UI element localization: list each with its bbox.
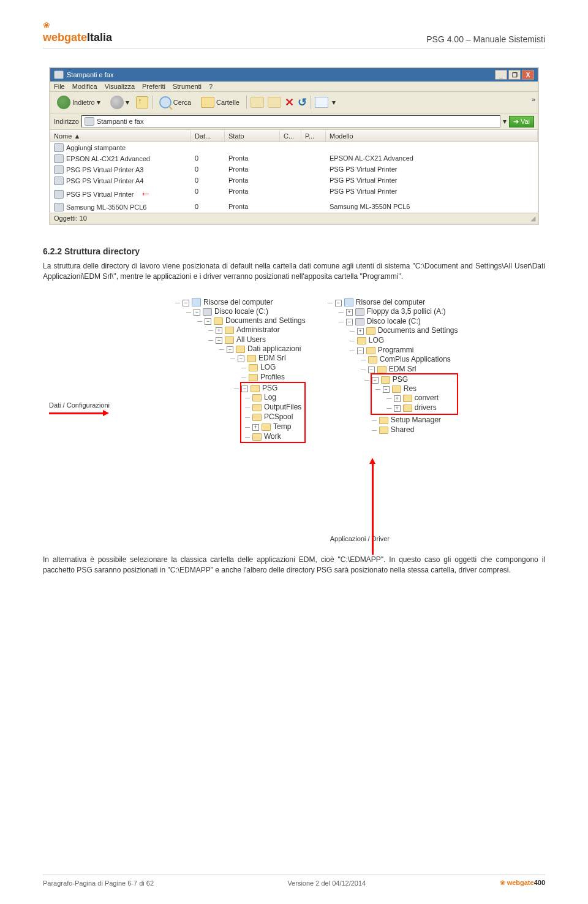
tree-programmi: −Risorse del computer +Floppy da 3,5 pol… xyxy=(324,297,458,437)
cell-stato: Pronta xyxy=(225,176,280,186)
folders-label: Cartelle xyxy=(216,99,239,106)
cell-stato: Pronta xyxy=(225,202,280,212)
status-text: Oggetti: 10 xyxy=(54,215,87,222)
footer-center: Versione 2 del 04/12/2014 xyxy=(287,879,366,887)
go-label: Vai xyxy=(521,118,530,125)
section-heading: 6.2.2 Struttura directory xyxy=(43,246,545,256)
overflow-icon[interactable]: » xyxy=(532,96,535,103)
floppy-icon xyxy=(355,308,364,316)
separator xyxy=(246,96,247,109)
cell-modello xyxy=(326,143,538,153)
arrow-right-icon xyxy=(49,412,104,414)
cell-dat xyxy=(191,143,225,153)
col-p[interactable]: P... xyxy=(301,131,326,142)
col-c[interactable]: C... xyxy=(280,131,301,142)
search-button[interactable]: Cerca xyxy=(156,94,194,110)
menu-visualizza[interactable]: Visualizza xyxy=(105,83,135,90)
section-paragraph-1: La struttura delle directory di lavoro v… xyxy=(43,261,545,282)
printer-row[interactable]: EPSON AL-CX21 Advanced0ProntaEPSON AL-CX… xyxy=(50,153,538,164)
printer-list: Aggiungi stampanteEPSON AL-CX21 Advanced… xyxy=(50,142,538,213)
cell-c xyxy=(280,143,301,153)
leaf-icon: ❀ xyxy=(43,20,49,30)
printer-name: Aggiungi stampante xyxy=(66,144,126,151)
forward-button[interactable]: ▾ xyxy=(107,94,132,111)
minimize-button[interactable]: _ xyxy=(495,70,507,80)
callout-left: Dati / Configurazioni xyxy=(49,297,153,414)
chevron-down-icon: ▾ xyxy=(332,98,336,107)
cell-c xyxy=(280,187,301,201)
printer-row[interactable]: PSG PS Virtual Printer←0ProntaPSG PS Vir… xyxy=(50,186,538,202)
move-to-icon[interactable] xyxy=(251,97,264,108)
logo-webgate-400: ❀ webgate400 xyxy=(500,879,545,887)
printer-name: PSG PS Virtual Printer xyxy=(66,191,134,198)
back-button[interactable]: Indietro ▾ xyxy=(54,94,104,111)
cell-c xyxy=(280,202,301,212)
col-nome[interactable]: Nome ▲ xyxy=(50,131,191,142)
views-button[interactable] xyxy=(315,97,328,108)
cell-c xyxy=(280,154,301,164)
cell-stato xyxy=(225,143,280,153)
copy-to-icon[interactable] xyxy=(268,97,281,108)
cell-p xyxy=(301,202,326,212)
address-label: Indirizzo xyxy=(54,118,79,125)
directory-trees-figure: Dati / Configurazioni −Risorse del compu… xyxy=(49,297,539,542)
printer-row[interactable]: Aggiungi stampante xyxy=(50,142,538,153)
cell-stato: Pronta xyxy=(225,154,280,164)
printer-name: EPSON AL-CX21 Advanced xyxy=(66,155,150,162)
printer-row[interactable]: Samsung ML-3550N PCL60ProntaSamsung ML-3… xyxy=(50,202,538,213)
undo-icon[interactable]: ↺ xyxy=(298,96,307,109)
col-stato[interactable]: Stato xyxy=(225,131,280,142)
list-header: Nome ▲ Dat... Stato C... P... Modello xyxy=(50,130,538,142)
leaf-icon: ❀ xyxy=(500,879,505,886)
delete-icon[interactable]: ✕ xyxy=(285,96,294,109)
back-arrow-icon xyxy=(57,96,70,109)
page-footer: Paragrafo-Pagina di Pagine 6-7 di 62 Ver… xyxy=(43,875,545,887)
cell-p xyxy=(301,176,326,186)
forward-arrow-icon xyxy=(110,96,124,109)
search-icon xyxy=(159,96,172,108)
cell-modello: PSG PS Virtual Printer xyxy=(326,187,538,201)
cell-c xyxy=(280,165,301,175)
menu-modifica[interactable]: Modifica xyxy=(72,83,97,90)
footer-left: Paragrafo-Pagina di Pagine 6-7 di 62 xyxy=(43,879,154,887)
cell-dat: 0 xyxy=(191,187,225,201)
printers-window: Stampanti e fax _ ❐ X File Modifica Visu… xyxy=(49,67,539,225)
menu-file[interactable]: File xyxy=(54,83,65,90)
menu-help[interactable]: ? xyxy=(209,83,213,90)
up-button[interactable] xyxy=(136,96,148,108)
printer-row[interactable]: PSG PS Virtual Printer A40ProntaPSG PS V… xyxy=(50,175,538,186)
go-button[interactable]: ➔Vai xyxy=(509,116,534,127)
highlight-psg-app: −PSG −Res +convert +drivers xyxy=(371,373,458,415)
address-value: Stampanti e fax xyxy=(97,118,143,125)
menu-strumenti[interactable]: Strumenti xyxy=(173,83,202,90)
col-modello[interactable]: Modello xyxy=(326,131,538,142)
cell-dat: 0 xyxy=(191,165,225,175)
computer-icon xyxy=(344,298,353,306)
address-dropdown-icon[interactable]: ▾ xyxy=(503,117,507,126)
separator xyxy=(152,96,153,109)
go-arrow-icon: ➔ xyxy=(513,118,519,126)
printer-name: PSG PS Virtual Printer A3 xyxy=(66,166,143,173)
highlight-arrow-icon: ← xyxy=(140,188,151,200)
col-dat[interactable]: Dat... xyxy=(191,131,225,142)
computer-icon xyxy=(192,298,201,306)
drive-icon xyxy=(203,308,212,316)
printer-row[interactable]: PSG PS Virtual Printer A30ProntaPSG PS V… xyxy=(50,164,538,175)
arrow-up-icon xyxy=(372,463,374,555)
tree-programmi-wrap: −Risorse del computer +Floppy da 3,5 pol… xyxy=(324,297,458,542)
resize-grip-icon[interactable]: ◢ xyxy=(530,215,534,222)
separator xyxy=(311,96,311,109)
cell-p xyxy=(301,165,326,175)
printer-icon xyxy=(54,154,64,163)
close-button[interactable]: X xyxy=(522,70,534,80)
cell-p xyxy=(301,143,326,153)
folders-button[interactable]: Cartelle xyxy=(198,95,243,110)
tree-all-users: −Risorse del computer −Disco locale (C:)… xyxy=(172,297,306,447)
printer-icon xyxy=(85,117,94,126)
menu-preferiti[interactable]: Preferiti xyxy=(142,83,165,90)
window-titlebar[interactable]: Stampanti e fax _ ❐ X xyxy=(50,68,538,82)
status-bar: Oggetti: 10 ◢ xyxy=(50,213,538,224)
folder-icon xyxy=(201,97,214,108)
maximize-button[interactable]: ❐ xyxy=(508,70,521,80)
address-input[interactable]: Stampanti e fax xyxy=(81,115,500,127)
